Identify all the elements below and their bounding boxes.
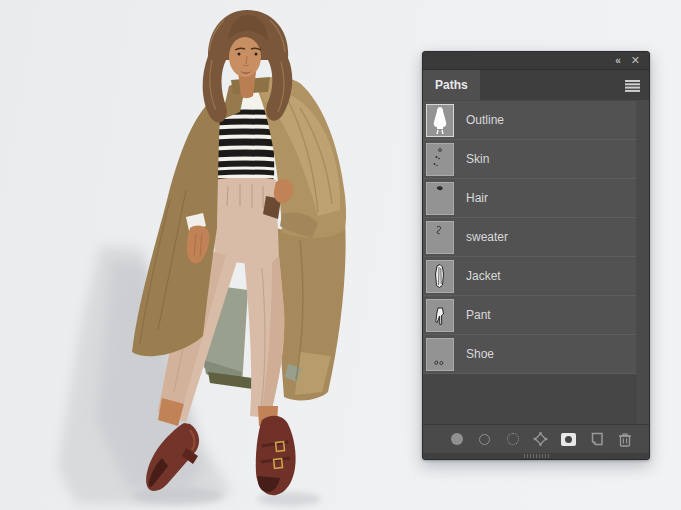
path-row-jacket[interactable]: Jacket	[423, 257, 636, 296]
fill-path-icon[interactable]	[449, 432, 464, 447]
collapse-panel-icon[interactable]: «	[615, 56, 620, 66]
panel-footer-toolbar	[423, 424, 649, 453]
screenshot-canvas: « ✕ Paths	[0, 0, 681, 510]
paths-list: Outline Skin	[423, 101, 649, 424]
scrollbar-gutter[interactable]	[635, 101, 649, 424]
panel-bottom-edge	[423, 453, 649, 459]
resize-grip[interactable]	[523, 454, 549, 458]
path-thumbnail-jacket[interactable]	[426, 260, 454, 293]
path-thumbnail-shoe[interactable]	[426, 338, 454, 371]
path-row-sweater[interactable]: sweater	[423, 218, 636, 257]
new-path-icon[interactable]	[589, 432, 604, 447]
shoe-marks-icon	[427, 339, 453, 370]
path-thumbnail-hair[interactable]	[426, 182, 454, 215]
path-thumbnail-pant[interactable]	[426, 299, 454, 332]
pant-outline-icon	[427, 300, 453, 331]
paths-panel: « ✕ Paths	[422, 51, 650, 460]
path-thumbnail-outline[interactable]	[426, 104, 454, 137]
tab-paths[interactable]: Paths	[423, 70, 480, 100]
close-panel-icon[interactable]: ✕	[631, 55, 640, 66]
path-thumbnail-sweater[interactable]	[426, 221, 454, 254]
panel-menu-icon[interactable]	[623, 79, 641, 92]
skin-specks-icon	[427, 144, 453, 175]
path-row-outline[interactable]: Outline	[423, 101, 636, 140]
add-mask-icon[interactable]	[561, 432, 576, 447]
jacket-outline-icon	[427, 261, 453, 292]
make-work-path-icon[interactable]	[533, 432, 548, 447]
panel-titlebar: « ✕	[423, 52, 649, 70]
load-selection-icon[interactable]	[505, 432, 520, 447]
path-label: Shoe	[466, 347, 494, 361]
path-thumbnail-skin[interactable]	[426, 143, 454, 176]
path-label: Hair	[466, 191, 488, 205]
path-label: Pant	[466, 308, 491, 322]
stroke-path-icon[interactable]	[477, 432, 492, 447]
tab-paths-label: Paths	[435, 78, 468, 92]
path-label: sweater	[466, 230, 508, 244]
path-row-hair[interactable]: Hair	[423, 179, 636, 218]
path-label: Skin	[466, 152, 489, 166]
sweater-mark-icon	[427, 222, 453, 253]
path-label: Outline	[466, 113, 504, 127]
path-rows: Outline Skin	[423, 101, 636, 374]
delete-path-icon[interactable]	[617, 432, 632, 447]
hair-mark-icon	[427, 183, 453, 214]
path-row-skin[interactable]: Skin	[423, 140, 636, 179]
path-row-shoe[interactable]: Shoe	[423, 335, 636, 374]
panel-tabbar: Paths	[423, 70, 649, 101]
figure-outline-icon	[427, 105, 453, 136]
path-row-pant[interactable]: Pant	[423, 296, 636, 335]
path-label: Jacket	[466, 269, 501, 283]
